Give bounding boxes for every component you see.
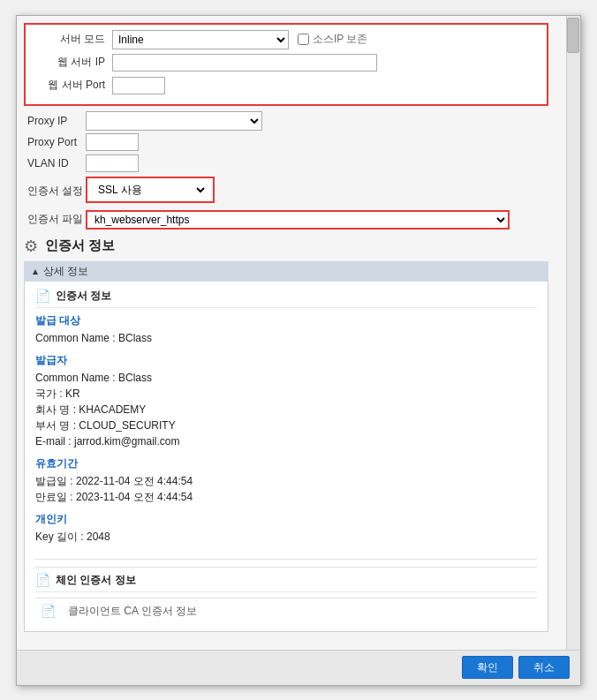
cert-file-select[interactable]: kh_webserver_https (86, 210, 510, 230)
cert-info-title: 인증서 정보 (45, 237, 115, 254)
vlan-id-input[interactable] (86, 154, 139, 172)
footer: 확인 취소 (17, 650, 580, 685)
cert-info-block: 📄 인증서 정보 발급 대상 Common Name : BClass 발급자 … (35, 289, 537, 560)
vlan-id-label: VLAN ID (24, 157, 86, 169)
issuer-cn: Common Name : BClass (35, 370, 537, 386)
web-server-ip-label: 웹 서버 IP (33, 55, 112, 70)
server-mode-label: 서버 모드 (33, 32, 112, 47)
cert-settings-highlight: SSL 사용 (86, 177, 215, 203)
issued-to-group: 발급 대상 Common Name : BClass (35, 313, 537, 346)
web-server-ip-input[interactable]: 172.16.10.200 (112, 54, 377, 72)
issuer-dept: 부서 명 : CLOUD_SECURITY (35, 418, 537, 433)
proxy-ip-row: Proxy IP (24, 111, 548, 131)
validity-from: 발급일 : 2022-11-04 오전 4:44:54 (35, 473, 537, 489)
web-server-port-input[interactable]: 443 (112, 77, 165, 94)
server-settings-box: 서버 모드 Inline 소스IP 보존 웹 서버 IP 172.16.10.2… (24, 23, 548, 106)
dialog: 서버 모드 Inline 소스IP 보존 웹 서버 IP 172.16.10.2… (16, 15, 581, 686)
issuer-company: 회사 명 : KHACADEMY (35, 402, 537, 418)
scrollbar-thumb[interactable] (567, 18, 579, 53)
ca-cert-partial-text: 클라이언트 CA 인증서 정보 (61, 600, 204, 622)
cert-file-row: 인증서 파일 kh_webserver_https (24, 210, 548, 230)
issuer-country: 국가 : KR (35, 386, 537, 402)
ca-cert-partial-row: 📄 클라이언트 CA 인증서 정보 (35, 598, 537, 624)
validity-value: 발급일 : 2022-11-04 오전 4:44:54 만료일 : 2023-1… (35, 473, 537, 505)
cert-settings-label: 인증서 설정 (24, 184, 86, 199)
issuer-label: 발급자 (35, 353, 537, 368)
detail-content: 📄 인증서 정보 발급 대상 Common Name : BClass 발급자 … (24, 282, 548, 632)
detail-header[interactable]: ▲ 상세 정보 (24, 261, 548, 282)
chain-cert-header: 📄 체인 인증서 정보 (35, 573, 537, 592)
proxy-ip-select[interactable] (86, 111, 262, 131)
chain-cert-title: 체인 인증서 정보 (56, 573, 136, 588)
source-ip-checkbox[interactable] (298, 34, 309, 45)
web-server-port-row: 웹 서버 Port 443 (33, 76, 540, 95)
validity-label: 유효기간 (35, 456, 537, 471)
cert-settings-select[interactable]: SSL 사용 (93, 181, 208, 199)
proxy-port-input[interactable] (86, 133, 139, 151)
web-server-ip-row: 웹 서버 IP 172.16.10.200 (33, 53, 540, 72)
content-area: 서버 모드 Inline 소스IP 보존 웹 서버 IP 172.16.10.2… (17, 16, 566, 650)
ca-doc-icon: 📄 (35, 604, 61, 618)
validity-group: 유효기간 발급일 : 2022-11-04 오전 4:44:54 만료일 : 2… (35, 456, 537, 505)
issuer-email: E-mail : jarrod.kim@gmail.com (35, 433, 537, 449)
proxy-port-row: Proxy Port (24, 132, 548, 152)
chevron-up-icon: ▲ (31, 267, 40, 276)
chain-doc-icon: 📄 (35, 573, 50, 587)
issued-to-cn: Common Name : BClass (35, 330, 537, 346)
detail-label: 상세 정보 (43, 264, 88, 279)
cert-file-label: 인증서 파일 (24, 212, 86, 227)
key-length: Key 길이 : 2048 (35, 529, 537, 545)
cert-info-section-title: ⚙ 인증서 정보 (24, 237, 548, 256)
server-mode-select[interactable]: Inline (112, 30, 289, 49)
gear-icon: ⚙ (24, 237, 38, 256)
source-ip-label: 소스IP 보존 (313, 32, 367, 47)
proxy-port-label: Proxy Port (24, 136, 86, 148)
issuer-value: Common Name : BClass 국가 : KR 회사 명 : KHAC… (35, 370, 537, 449)
scrollbar[interactable] (566, 16, 580, 650)
server-mode-row: 서버 모드 Inline 소스IP 보존 (33, 30, 540, 49)
vlan-id-row: VLAN ID (24, 154, 548, 173)
source-ip-checkbox-row: 소스IP 보존 (298, 32, 367, 47)
proxy-ip-label: Proxy IP (24, 115, 86, 127)
cert-doc-icon: 📄 (35, 289, 50, 303)
confirm-button[interactable]: 확인 (462, 656, 513, 679)
private-key-label: 개인키 (35, 512, 537, 527)
validity-to: 만료일 : 2023-11-04 오전 4:44:54 (35, 489, 537, 505)
cancel-button[interactable]: 취소 (518, 656, 570, 679)
cert-settings-row: 인증서 설정 SSL 사용 (24, 177, 548, 207)
cert-sub-header: 📄 인증서 정보 (35, 289, 537, 308)
issuer-group: 발급자 Common Name : BClass 국가 : KR 회사 명 : … (35, 353, 537, 449)
chain-cert-block: 📄 체인 인증서 정보 (35, 567, 537, 592)
private-key-value: Key 길이 : 2048 (35, 529, 537, 545)
issued-to-value: Common Name : BClass (35, 330, 537, 346)
cert-sub-title: 인증서 정보 (56, 289, 111, 304)
issued-to-label: 발급 대상 (35, 313, 537, 328)
web-server-port-label: 웹 서버 Port (33, 78, 112, 93)
private-key-group: 개인키 Key 길이 : 2048 (35, 512, 537, 545)
